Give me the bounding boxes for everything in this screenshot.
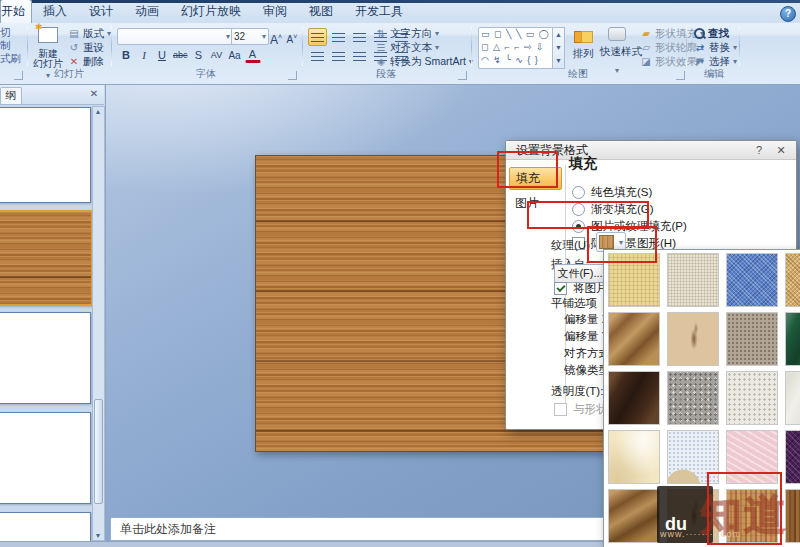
- drawing-dialog-launcher-icon[interactable]: [676, 71, 685, 80]
- tab-home[interactable]: 开始: [0, 0, 32, 23]
- shapes-gallery-scroll[interactable]: ▲▼▼: [552, 27, 565, 69]
- close-panel-icon[interactable]: ✕: [88, 88, 100, 100]
- slide-thumbnail-5[interactable]: [0, 512, 91, 542]
- align-text-button[interactable]: ☰ 对齐文本▾: [375, 41, 439, 54]
- text-shadow-button[interactable]: S: [191, 47, 207, 64]
- texture-swatch-purple-mesh[interactable]: [785, 430, 800, 484]
- annotation-box-fill-tab: [497, 151, 558, 188]
- font-group-label: 字体: [196, 67, 216, 81]
- texture-swatch-green-marble[interactable]: [785, 312, 800, 366]
- shapes-row: ◻ △ ⌐ ⌐ ⇨ ⇩: [481, 41, 553, 54]
- texture-swatch-parchment[interactable]: [608, 430, 660, 484]
- text-direction-button[interactable]: ⇅ 文字方向▾: [375, 27, 439, 40]
- numbering-button[interactable]: [329, 28, 348, 46]
- texture-swatch-cork[interactable]: [608, 489, 660, 543]
- tab-animations[interactable]: 动画: [124, 0, 170, 23]
- grow-font-button[interactable]: A˄: [268, 28, 284, 48]
- shapes-gallery[interactable]: ▭ ◻ ╲ ╲ ▭ ◯ ◻ △ ⌐ ⌐ ⇨ ⇩ ◠ ↯ ╰ ∿ { }: [478, 27, 556, 69]
- change-case-button[interactable]: Aa: [227, 47, 243, 64]
- italic-button[interactable]: I: [136, 47, 152, 64]
- format-painter-button[interactable]: 式刷: [0, 52, 21, 66]
- dialog-close-icon[interactable]: ✕: [774, 143, 788, 157]
- delete-icon: ✕: [68, 56, 80, 67]
- scroll-up-icon[interactable]: ▲: [94, 108, 102, 115]
- outline-tab[interactable]: 纲: [0, 87, 22, 104]
- help-icon[interactable]: ?: [780, 6, 796, 22]
- strikethrough-button[interactable]: abc: [172, 47, 189, 64]
- align-text-icon: ☰: [375, 42, 387, 53]
- character-spacing-button[interactable]: AV: [209, 47, 225, 64]
- align-center-icon: [332, 52, 345, 61]
- texture-swatch-woven-mat[interactable]: [785, 253, 800, 307]
- scrollbar-thumb[interactable]: [94, 399, 103, 504]
- texture-swatch-fish-fossil[interactable]: [667, 312, 719, 366]
- align-right-icon: [353, 52, 366, 61]
- shape-fill-icon: ▰: [640, 28, 652, 39]
- tab-insert[interactable]: 插入: [32, 0, 78, 23]
- arrange-icon-2: [581, 31, 593, 43]
- layout-button[interactable]: ▤ 版式▾: [68, 27, 111, 40]
- font-size-combo[interactable]: 32▾: [231, 28, 269, 45]
- annotation-box-texture-dropdown: [587, 226, 657, 263]
- texture-swatch-denim[interactable]: [726, 253, 778, 307]
- group-separator: [111, 26, 112, 66]
- powerpoint-window: 开始 插入 设计 动画 幻灯片放映 审阅 视图 开发工具 ? 切 制 式刷 新建…: [0, 0, 800, 547]
- replace-icon: ⇄: [694, 42, 706, 53]
- scroll-down-icon[interactable]: ▼: [94, 532, 102, 539]
- reset-button[interactable]: ↺ 重设: [68, 41, 104, 54]
- texture-swatch-canvas[interactable]: [667, 253, 719, 307]
- slide-thumbnail-2-selected[interactable]: [0, 210, 93, 306]
- font-name-combo[interactable]: ▾: [117, 28, 233, 45]
- tab-slideshow[interactable]: 幻灯片放映: [170, 0, 252, 23]
- cut-button[interactable]: 切: [0, 26, 11, 40]
- texture-swatch-paper-bag[interactable]: [608, 312, 660, 366]
- texture-swatch-white-marble[interactable]: [785, 371, 800, 425]
- align-center-button[interactable]: [329, 47, 348, 65]
- clipboard-dialog-launcher-icon[interactable]: [14, 71, 23, 80]
- fill-heading: 填充: [569, 155, 597, 173]
- tab-developer[interactable]: 开发工具: [344, 0, 414, 23]
- reset-icon: ↺: [68, 42, 80, 53]
- align-right-button[interactable]: [350, 47, 369, 65]
- texture-swatch-brown-marble[interactable]: [608, 371, 660, 425]
- bullets-button[interactable]: [308, 28, 327, 46]
- dialog-help-icon[interactable]: ?: [752, 143, 766, 157]
- transparency-label: 透明度(T):: [551, 384, 603, 399]
- find-button[interactable]: 查找: [694, 27, 729, 40]
- arrange-button[interactable]: 排列 ▾: [568, 27, 598, 69]
- texture-swatch-recycled-paper[interactable]: [726, 371, 778, 425]
- solid-fill-option[interactable]: 纯色填充(S): [572, 185, 652, 200]
- font-toggle-row: B I U abc S AV Aa A: [118, 47, 261, 64]
- paragraph-dialog-launcher-icon[interactable]: [458, 71, 467, 80]
- bold-button[interactable]: B: [118, 47, 134, 64]
- tab-design[interactable]: 设计: [78, 0, 124, 23]
- find-icon: [694, 28, 705, 39]
- slide-thumbnail-4[interactable]: [0, 412, 91, 504]
- annotation-box-oak-texture: [707, 472, 782, 545]
- align-left-button[interactable]: [308, 47, 327, 65]
- font-dialog-launcher-icon[interactable]: [288, 71, 297, 80]
- shrink-font-button[interactable]: A˅: [284, 28, 300, 47]
- texture-swatch-sand[interactable]: [726, 312, 778, 366]
- underline-button[interactable]: U: [154, 47, 170, 64]
- tab-view[interactable]: 视图: [298, 0, 344, 23]
- shapes-row: ▭ ◻ ╲ ╲ ▭ ◯: [481, 28, 553, 41]
- smartart-icon: ◈: [375, 56, 387, 67]
- tab-review[interactable]: 审阅: [252, 0, 298, 23]
- slide-thumbnail-3[interactable]: [0, 312, 91, 404]
- texture-swatch-granite[interactable]: [667, 371, 719, 425]
- align-left-icon: [311, 52, 324, 61]
- new-slide-button[interactable]: 新建 幻灯片 ▾: [30, 27, 66, 69]
- quick-styles-button[interactable]: 快速样式 ▾: [600, 27, 634, 69]
- copy-button[interactable]: 制: [0, 39, 11, 53]
- slide-thumbnail-1[interactable]: [0, 107, 91, 203]
- slides-panel-scrollbar[interactable]: ▲ ▼: [92, 106, 105, 541]
- decrease-indent-icon: [353, 33, 366, 42]
- quick-styles-icon: [608, 27, 626, 41]
- checkbox-icon-disabled: [554, 403, 567, 416]
- font-color-button[interactable]: A: [245, 47, 261, 63]
- decrease-indent-button[interactable]: [350, 28, 369, 46]
- shapes-row: ◠ ↯ ╰ ∿ { }: [481, 54, 553, 67]
- replace-button[interactable]: ⇄ 替换▾: [694, 41, 737, 54]
- select-icon: ◤: [694, 56, 706, 67]
